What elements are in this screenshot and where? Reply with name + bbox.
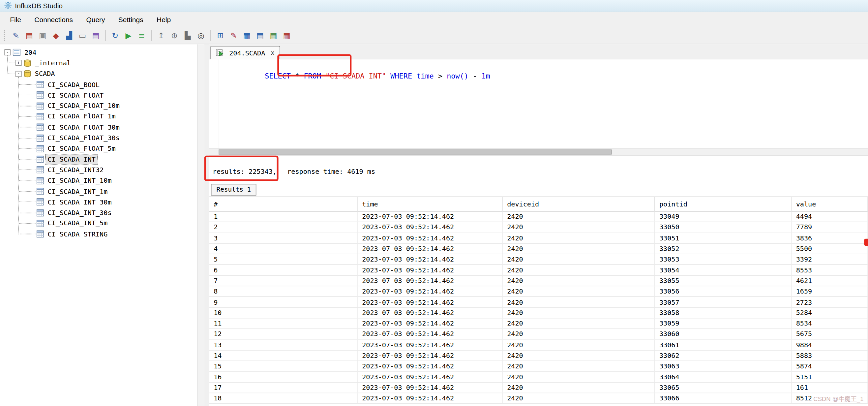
table-row[interactable]: 82023-07-03 09:52:14.4622420330561659 — [209, 286, 868, 297]
table-row[interactable]: 122023-07-03 09:52:14.4622420330605675 — [209, 329, 868, 340]
stats-icon[interactable]: ◆ — [50, 29, 62, 41]
tree-item-label: CI_SCADA_FlOAT_10m — [46, 102, 121, 111]
tree-item-ci_scada_float[interactable]: CI_SCADA_FlOAT — [0, 90, 205, 100]
chart-icon[interactable]: ▟ — [63, 29, 75, 41]
table-cell: 2023-07-03 09:52:14.462 — [358, 308, 503, 318]
column-header-time[interactable]: time — [358, 197, 503, 211]
results-tab[interactable]: Results 1 — [211, 184, 256, 195]
edit-grid-icon[interactable]: ▦ — [267, 29, 280, 41]
column-header-num[interactable]: # — [209, 197, 358, 211]
add-connection-icon[interactable]: ⊞ — [214, 29, 226, 41]
table-row[interactable]: 52023-07-03 09:52:14.4622420330533392 — [209, 254, 868, 265]
tree-item-ci_scada_float_10m[interactable]: CI_SCADA_FlOAT_10m — [0, 100, 205, 111]
tree-item-ci_scada_int_1m[interactable]: CI_SCADA_INT_1m — [0, 186, 205, 197]
table-cell: 33052 — [655, 244, 792, 254]
tree-item-ci_scada_string[interactable]: CI_SCADA_STRING — [0, 229, 205, 239]
tree-item-_internal[interactable]: +_internal — [0, 58, 205, 68]
table-row[interactable]: 62023-07-03 09:52:14.4622420330548553 — [209, 265, 868, 276]
table-cell: 2 — [209, 222, 358, 233]
sql-text: - — [468, 72, 481, 80]
export-results-icon[interactable]: ▤ — [23, 29, 36, 41]
column-header-pointid[interactable]: pointid — [655, 197, 792, 211]
tree-item-ci_scada_float_30m[interactable]: CI_SCADA_FlOAT_30m — [0, 122, 205, 133]
tree-item-label: CI_SCADA_INT_1m — [46, 187, 109, 196]
expand-icon[interactable]: + — [16, 60, 22, 66]
tree-item-ci_scada_int[interactable]: CI_SCADA_INT — [0, 154, 205, 165]
table-row[interactable]: 32023-07-03 09:52:14.4622420330513836 — [209, 233, 868, 243]
table-row[interactable]: 182023-07-03 09:52:14.4622420330668512 — [209, 393, 868, 404]
tree-item-ci_scada_float_5m[interactable]: CI_SCADA_FlOAT_5m — [0, 143, 205, 154]
tree-item-ci_scada_int_10m[interactable]: CI_SCADA_INT_10m — [0, 175, 205, 186]
tree-item-ci_scada_bool[interactable]: CI_SCADA_BOOL — [0, 79, 205, 90]
table-cell: 4621 — [792, 276, 868, 286]
table-row[interactable]: 92023-07-03 09:52:14.4622420330572723 — [209, 297, 868, 308]
menu-connections[interactable]: Connections — [28, 13, 80, 26]
tree-item-ci_scada_int_5m[interactable]: CI_SCADA_INT_5m — [0, 218, 205, 229]
edit-query-icon[interactable]: ✎ — [10, 29, 22, 41]
script-icon[interactable]: ▤ — [90, 29, 102, 41]
attach-icon[interactable]: ⊕ — [168, 29, 180, 41]
table-row[interactable]: 22023-07-03 09:52:14.4622420330507789 — [209, 222, 868, 233]
table-cell: 2023-07-03 09:52:14.462 — [358, 211, 503, 222]
table-row[interactable]: 42023-07-03 09:52:14.4622420330525500 — [209, 244, 868, 254]
table-row[interactable]: 102023-07-03 09:52:14.4622420330585284 — [209, 308, 868, 318]
refresh-icon[interactable]: ↻ — [109, 29, 121, 41]
table-cell: 6 — [209, 265, 358, 275]
table-view-icon[interactable]: ▦ — [241, 29, 253, 41]
table-row[interactable]: 152023-07-03 09:52:14.4622420330635874 — [209, 361, 868, 372]
table-cell: 33064 — [655, 372, 792, 382]
database-manage-icon[interactable]: ▣ — [37, 29, 49, 41]
export-grid-icon[interactable]: ▦ — [281, 29, 293, 41]
import-icon[interactable]: ↥ — [155, 29, 167, 41]
collapse-icon[interactable]: - — [16, 70, 22, 77]
menu-help[interactable]: Help — [150, 13, 177, 26]
tree-stub — [19, 234, 35, 234]
table-row[interactable]: 72023-07-03 09:52:14.4622420330554621 — [209, 276, 868, 286]
tree-item-ci_scada_int32[interactable]: CI_SCADA_INT32 — [0, 165, 205, 175]
table-cell: 2420 — [503, 233, 655, 243]
tree-stub — [19, 170, 35, 171]
edit-connection-icon[interactable]: ✎ — [227, 29, 240, 41]
table-cell: 12 — [209, 329, 358, 339]
panel-splitter[interactable] — [205, 44, 209, 406]
tree-item-ci_scada_float_30s[interactable]: CI_SCADA_FlOAT_30s — [0, 133, 205, 143]
run-query-icon[interactable]: ▶ — [122, 29, 134, 41]
editor-hscrollbar-thumb[interactable] — [219, 149, 612, 154]
tree-item-ci_scada_int_30s[interactable]: CI_SCADA_INT_30s — [0, 207, 205, 218]
tab-close-icon[interactable]: x — [271, 49, 274, 56]
tree-item-204[interactable]: -204 — [0, 47, 205, 58]
annotation-dot — [864, 239, 868, 246]
table-cell: 4494 — [792, 211, 868, 222]
table-row[interactable]: 112023-07-03 09:52:14.4622420330598534 — [209, 318, 868, 329]
column-header-deviceid[interactable]: deviceid — [503, 197, 655, 211]
tree-view-icon[interactable]: ≡ — [135, 29, 148, 41]
zoom-icon[interactable]: ◎ — [195, 29, 207, 41]
sql-keyword: now() — [447, 72, 468, 80]
tree-scrollbar[interactable] — [197, 44, 205, 406]
table-cell: 2023-07-03 09:52:14.462 — [358, 222, 503, 233]
table-cell: 1 — [209, 211, 358, 222]
tree-item-scada[interactable]: -SCADA — [0, 68, 205, 79]
table-row[interactable]: 132023-07-03 09:52:14.4622420330619884 — [209, 340, 868, 350]
table-row[interactable]: 162023-07-03 09:52:14.4622420330645151 — [209, 372, 868, 383]
tab-204-scada[interactable]: 204.SCADA x — [210, 46, 280, 59]
collapse-icon[interactable]: - — [4, 50, 10, 55]
list-view-icon[interactable]: ▤ — [254, 29, 267, 41]
column-header-value[interactable]: value — [792, 197, 868, 211]
table-cell: 2023-07-03 09:52:14.462 — [358, 265, 503, 275]
console-icon[interactable]: ▭ — [76, 29, 89, 41]
tree-item-ci_scada_int_30m[interactable]: CI_SCADA_INT_30m — [0, 197, 205, 207]
editor-hscrollbar[interactable] — [209, 148, 868, 156]
query-editor[interactable]: SELECT * FROM "CI_SCADA_INT" WHERE time … — [209, 59, 868, 148]
table-row[interactable]: 172023-07-03 09:52:14.462242033065161 — [209, 383, 868, 393]
tree-stub — [19, 212, 35, 213]
menu-query[interactable]: Query — [80, 13, 112, 26]
tree-item-ci_scada_float_1m[interactable]: CI_SCADA_FlOAT_1m — [0, 111, 205, 122]
menu-settings[interactable]: Settings — [112, 13, 150, 26]
tree-rows: -204+_internal-SCADACI_SCADA_BOOLCI_SCAD… — [0, 44, 205, 239]
archive-icon[interactable]: ▙ — [182, 29, 194, 41]
query-status: results: 225343, response time: 4619 ms — [209, 156, 868, 183]
table-row[interactable]: 142023-07-03 09:52:14.4622420330625883 — [209, 351, 868, 361]
menu-file[interactable]: File — [3, 13, 28, 26]
table-row[interactable]: 12023-07-03 09:52:14.4622420330494494 — [209, 211, 868, 222]
